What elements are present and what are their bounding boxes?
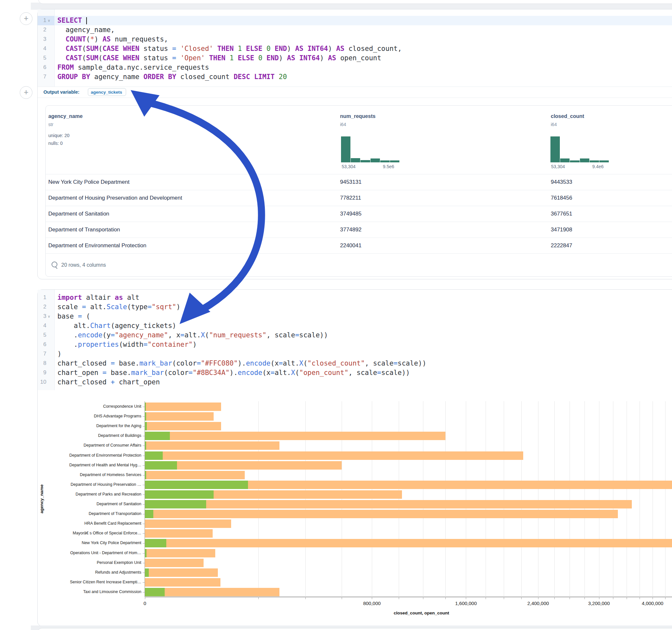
line-number-cell: 2 — [38, 302, 54, 312]
x-axis-tick — [423, 597, 423, 599]
y-axis-label: Operations Unit - Department of Hom… — [37, 551, 141, 555]
chart-bar-open — [145, 549, 146, 557]
x-axis-tick — [145, 597, 145, 599]
line-number-cell: 9 — [38, 368, 54, 378]
x-axis-tick — [399, 597, 399, 599]
gridline — [486, 401, 486, 597]
y-axis-tick — [143, 543, 145, 543]
line-number: 2 — [44, 27, 46, 33]
cell-closed-count: 3471908 — [551, 226, 572, 233]
chart-bar-closed — [145, 568, 218, 577]
line-number-cell: 10 — [38, 378, 54, 387]
output-variable-chip[interactable]: agency_tickets — [88, 88, 126, 96]
code-line[interactable]: 7) — [38, 349, 672, 359]
x-axis-tick — [554, 597, 555, 599]
code-line[interactable]: 3 COUNT(*) AS num_requests, — [38, 35, 672, 44]
code-line[interactable]: 4 CAST(SUM(CASE WHEN status = 'Closed' T… — [38, 44, 672, 53]
code-line-text: FROM sample_data.nyc.service_requests — [54, 63, 672, 72]
cell-agency-name: Department of Sanitation — [48, 211, 109, 217]
line-number: 7 — [44, 350, 46, 357]
x-axis-tick — [640, 597, 640, 599]
y-axis-tick — [143, 592, 145, 592]
y-axis-label: Department of Health and Mental Hyg… — [37, 463, 141, 467]
code-line[interactable]: 10chart_closed + chart_open — [38, 378, 672, 387]
code-line[interactable]: 9chart_open = base.mark_bar(color="#8BC3… — [38, 368, 672, 378]
previous-cell-edge — [38, 0, 672, 4]
gridline — [446, 401, 446, 597]
x-axis-tick — [570, 597, 570, 599]
chart-bar-closed — [145, 578, 220, 587]
code-line[interactable]: 1∨SELECT — [38, 16, 672, 25]
code-line-text: import altair as alt — [54, 293, 672, 302]
line-number-cell: 1∨ — [38, 16, 54, 25]
chart-bar-open — [145, 432, 170, 440]
search-icon[interactable] — [51, 262, 57, 267]
y-axis-tick — [143, 494, 145, 495]
code-line-text: base = ( — [54, 312, 672, 321]
chart-bar-open — [145, 568, 149, 577]
cell-closed-count: 9443533 — [551, 179, 572, 185]
code-line[interactable]: 2 agency_name, — [38, 25, 672, 35]
x-axis-tick — [627, 597, 627, 599]
gridline — [305, 401, 306, 597]
chart-bar-open — [145, 539, 166, 547]
x-axis-tick — [466, 597, 466, 599]
code-line[interactable]: 3∨base = ( — [38, 312, 672, 321]
histogram-bar — [370, 159, 380, 162]
chart-bar-closed — [145, 510, 618, 518]
y-axis-label: Senior Citizen Rent Increase Exempti… — [37, 580, 141, 584]
code-line-text: chart_open = base.mark_bar(color="#8BC34… — [54, 368, 672, 378]
code-line[interactable]: 8chart_closed = base.mark_bar(color="#FF… — [38, 359, 672, 368]
y-axis-tick — [143, 582, 145, 583]
chart-bar-closed — [145, 549, 215, 557]
line-number-cell: 2 — [38, 25, 54, 35]
code-line-text: COUNT(*) AS num_requests, — [54, 35, 672, 44]
cell-agency-name: Department of Environmental Protection — [48, 242, 146, 249]
histogram-max-label: 9.4e6 — [592, 164, 604, 169]
y-axis-tick — [143, 416, 145, 417]
gridline — [554, 401, 555, 597]
code-line[interactable]: 6FROM sample_data.nyc.service_requests — [38, 63, 672, 72]
chart-bar-open — [145, 481, 248, 489]
code-line[interactable]: 1import altair as alt — [38, 293, 672, 302]
line-number-cell: 6 — [38, 63, 54, 72]
y-axis-tick — [143, 573, 145, 573]
fold-chevron-icon[interactable]: ∨ — [48, 314, 50, 319]
x-axis-tick — [305, 597, 306, 599]
code-line[interactable]: 6 .properties(width="container") — [38, 340, 672, 349]
code-line-text: CAST(SUM(CASE WHEN status = 'Closed' THE… — [54, 44, 672, 53]
code-line[interactable]: 7GROUP BY agency_name ORDER BY closed_co… — [38, 72, 672, 82]
x-axis-tick — [486, 597, 486, 599]
y-axis-label: Department of Housing Preservation … — [37, 482, 141, 487]
code-line-text: .properties(width="container") — [54, 340, 672, 349]
column-header-num-requests[interactable]: num_requests — [340, 114, 376, 119]
fold-chevron-icon[interactable]: ∨ — [48, 19, 50, 23]
y-axis-label: Department for the Aging — [37, 423, 141, 428]
y-axis-tick — [143, 475, 145, 476]
line-number: 7 — [44, 74, 46, 80]
add-cell-button[interactable]: + — [20, 12, 32, 25]
x-axis-tick — [258, 597, 259, 599]
notebook-page: 1∨SELECT 2 agency_name,3 COUNT(*) AS num… — [0, 0, 672, 630]
y-axis-label: Department of Homeless Services — [37, 472, 141, 477]
column-header-agency-name[interactable]: agency_name — [48, 114, 83, 119]
table-row: Department of Sanitation37494853677651 — [46, 206, 672, 222]
code-line[interactable]: 4 alt.Chart(agency_tickets) — [38, 321, 672, 331]
chart-bar-open — [145, 403, 146, 411]
next-cell-edge — [37, 628, 672, 630]
histogram-bar — [351, 158, 360, 162]
code-line[interactable]: 5 CAST(SUM(CASE WHEN status = 'Open' THE… — [38, 53, 672, 63]
histogram-min-label: 53,304 — [551, 164, 565, 169]
add-cell-button[interactable]: + — [20, 86, 32, 99]
chart-bar-closed — [145, 559, 203, 567]
line-number-cell: 4 — [38, 321, 54, 331]
histogram-bar — [560, 159, 570, 162]
code-line-text: chart_closed + chart_open — [54, 378, 672, 387]
code-line[interactable]: 5 .encode(y="agency_name", x=alt.X("num_… — [38, 331, 672, 340]
y-axis-tick — [143, 436, 145, 436]
column-header-closed-count[interactable]: closed_count — [551, 114, 584, 119]
cell-num-requests: 3749485 — [340, 211, 361, 217]
histogram-bar — [580, 159, 589, 162]
code-line-text: agency_name, — [54, 25, 672, 35]
code-line[interactable]: 2scale = alt.Scale(type="sqrt") — [38, 302, 672, 312]
